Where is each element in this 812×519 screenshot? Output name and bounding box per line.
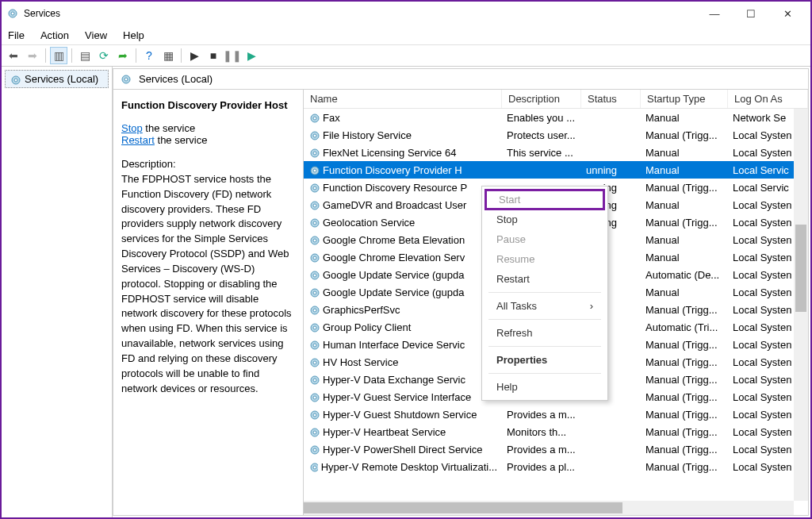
back-button[interactable]: ⬅ [5, 47, 22, 64]
pause-button[interactable]: ❚❚ [224, 47, 241, 64]
ctx-stop[interactable]: Stop [482, 210, 607, 229]
menu-view[interactable]: View [85, 29, 107, 41]
service-row[interactable]: Hyper-V Guest Shutdown ServiceProvides a… [304, 406, 808, 423]
ctx-pause[interactable]: Pause [482, 229, 607, 249]
ctx-properties[interactable]: Properties [482, 350, 607, 370]
restart-button[interactable]: ▶ [243, 47, 260, 64]
ctx-refresh[interactable]: Refresh [482, 323, 607, 343]
vertical-scrollbar[interactable] [794, 109, 808, 501]
maximize-button[interactable]: ☐ [733, 2, 769, 25]
service-row[interactable]: FlexNet Licensing Service 64This service… [304, 144, 808, 161]
restart-link[interactable]: Restart [121, 134, 155, 146]
tree-item-services-local[interactable]: Services (Local) [5, 70, 109, 88]
minimize-button[interactable]: — [696, 2, 733, 25]
context-menu: Start Stop Pause Resume Restart All Task… [481, 186, 608, 401]
col-name: Name [304, 90, 502, 108]
services-icon [6, 7, 19, 20]
service-row[interactable]: FaxEnables you ...ManualNetwork Se [304, 109, 808, 126]
col-logon: Log On As [728, 90, 808, 108]
service-row[interactable]: Hyper-V PowerShell Direct ServiceProvide… [304, 440, 808, 458]
stop-button[interactable]: ■ [205, 47, 222, 64]
service-row[interactable]: Hyper-V Remote Desktop Virtualizati...Pr… [304, 458, 808, 475]
close-button[interactable]: ✕ [769, 2, 806, 25]
tree-pane: Services (Local) [2, 67, 113, 517]
service-row[interactable]: Function Discovery Provider HunningManua… [304, 161, 808, 179]
desc-text: The FDPHOST service hosts the Function D… [121, 173, 292, 394]
gear-icon [120, 73, 132, 86]
menubar: File Action View Help [2, 25, 810, 44]
titlebar[interactable]: Services — ☐ ✕ [2, 2, 810, 25]
stop-link[interactable]: Stop [121, 122, 143, 134]
ctx-start[interactable]: Start [485, 189, 605, 210]
detail-pane: Function Discovery Provider Host Stop th… [113, 90, 304, 515]
ctx-restart[interactable]: Restart [482, 269, 607, 289]
refresh-button[interactable]: ⟳ [95, 47, 113, 64]
show-hide-tree-button[interactable]: ▥ [50, 47, 67, 64]
menu-action[interactable]: Action [40, 29, 69, 41]
properties-button[interactable]: ▤ [76, 47, 94, 64]
ctx-resume[interactable]: Resume [482, 249, 607, 269]
start-button[interactable]: ▶ [186, 47, 203, 64]
help-button[interactable]: ? [140, 47, 158, 64]
col-status: Status [581, 90, 641, 108]
pane-header: Services (Local) [113, 69, 808, 90]
export-button[interactable]: ➦ [114, 47, 132, 64]
menu-file[interactable]: File [8, 29, 25, 41]
action-button[interactable]: ▦ [159, 47, 177, 64]
detail-title: Function Discovery Provider Host [121, 99, 295, 111]
ctx-help[interactable]: Help [482, 377, 607, 397]
service-row[interactable]: File History ServiceProtects user...Manu… [304, 126, 808, 144]
gear-icon [10, 74, 21, 85]
toolbar: ⬅ ➡ ▥ ▤ ⟳ ➦ ? ▦ ▶ ■ ❚❚ ▶ [2, 44, 810, 67]
service-row[interactable]: Hyper-V Heartbeat ServiceMonitors th...M… [304, 423, 808, 440]
main-pane: Services (Local) Function Discovery Prov… [113, 68, 809, 516]
ctx-all-tasks[interactable]: All Tasks› [482, 296, 607, 316]
horizontal-scrollbar[interactable] [304, 501, 794, 515]
menu-help[interactable]: Help [123, 29, 144, 41]
col-description: Description [502, 90, 581, 108]
desc-label: Description: [121, 158, 176, 170]
column-headers[interactable]: Name Description Status Startup Type Log… [304, 90, 808, 109]
forward-button[interactable]: ➡ [24, 47, 41, 64]
window-title: Services [24, 8, 696, 19]
col-startup: Startup Type [641, 90, 728, 108]
